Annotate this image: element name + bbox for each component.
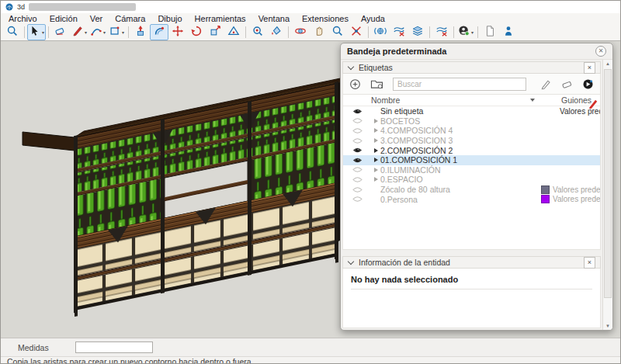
zoom-window-tool-button[interactable] (328, 24, 347, 40)
menu-edicion[interactable]: Edición (43, 13, 84, 24)
scrollbar-thumb[interactable] (604, 69, 612, 298)
tag-row[interactable]: 3.COMPOSICION 3 (343, 136, 600, 146)
tag-row[interactable]: Sin etiquetaValores predete (343, 106, 600, 116)
expand-arrow-icon[interactable] (374, 168, 378, 172)
tag-row[interactable]: BOCETOS (343, 116, 600, 127)
menu-dibujo[interactable]: Dibujo (151, 13, 188, 24)
tag-row[interactable]: 4.COMPOSICIÓN 4 (343, 126, 600, 136)
dropdown-caret-icon[interactable]: ▾ (85, 29, 87, 35)
tags-search-input[interactable] (393, 78, 526, 91)
expand-arrow-icon[interactable] (374, 138, 378, 143)
expand-arrow-icon[interactable] (374, 119, 378, 123)
zoom-extents-tool-button[interactable] (347, 24, 366, 40)
offset-tool-button[interactable] (150, 24, 168, 40)
zoom-window-icon (331, 25, 344, 40)
push-pull-tool-button[interactable] (131, 24, 150, 40)
paint-bucket-tool-button[interactable] (267, 24, 286, 40)
tag-color-swatch[interactable] (541, 185, 550, 194)
visible-eye-icon[interactable] (343, 147, 371, 154)
expand-arrow-icon[interactable] (374, 148, 378, 153)
dropdown-caret-icon[interactable]: ▾ (471, 29, 474, 35)
hidden-eye-icon[interactable] (343, 137, 371, 144)
move-tool-button[interactable] (168, 24, 187, 40)
zoom-tool-button[interactable] (3, 24, 22, 40)
scroll-up-icon[interactable]: ▲ (603, 61, 612, 66)
entity-section-header[interactable]: Información de la entidad × (342, 256, 601, 269)
rotate-tool-button[interactable] (187, 24, 206, 40)
name-column-header[interactable]: Nombre (371, 95, 541, 105)
arc-tool-button[interactable]: ▾ (88, 24, 107, 40)
dropdown-caret-icon[interactable]: ▾ (42, 29, 44, 35)
entity-close-icon[interactable]: × (584, 257, 595, 269)
no-selection-message: No hay nada seleccionado (351, 275, 592, 284)
terrain-toggle-tool-button[interactable] (390, 24, 408, 40)
tag-row[interactable]: 0.ESPACIO (343, 175, 600, 185)
main-toolbar: ▾▾▾▾▾ (1, 24, 620, 41)
dropdown-caret-icon[interactable]: ▾ (103, 29, 106, 35)
details-menu-button[interactable] (582, 78, 594, 90)
hidden-eye-icon[interactable] (343, 166, 371, 173)
drape-tool-button[interactable] (432, 24, 451, 40)
tags-section-header[interactable]: Etiquetas × (342, 61, 601, 74)
shelf-model[interactable] (1, 41, 352, 338)
eraser-tool-button[interactable] (51, 24, 70, 40)
collapse-chevron-icon[interactable] (348, 63, 354, 69)
tag-dashes-value[interactable]: Valores predete (553, 195, 600, 203)
tag-row[interactable]: 0.PersonaValores predete (343, 194, 600, 204)
look-around-tool-button[interactable] (248, 24, 267, 40)
terrain-layers-tool-button[interactable] (408, 24, 427, 40)
visible-eye-icon[interactable] (343, 108, 371, 115)
tag-rows: Sin etiquetaValores predeteBOCETOS4.COMP… (343, 106, 600, 204)
person-scale-tool-button[interactable] (499, 24, 518, 40)
hidden-eye-icon[interactable] (343, 127, 371, 134)
menu-ver[interactable]: Ver (84, 13, 109, 24)
scale-tool-button[interactable] (206, 24, 224, 40)
new-document-tool-button[interactable] (480, 24, 499, 40)
rectangle-tool-button[interactable]: ▾ (107, 24, 126, 40)
hidden-eye-icon[interactable] (343, 117, 371, 124)
pencil-tool-button[interactable]: ▾ (70, 24, 88, 40)
menu-archivo[interactable]: Archivo (2, 13, 43, 24)
select-tool-button[interactable]: ▾ (27, 24, 46, 40)
tag-dashes-value[interactable]: Valores predete (553, 185, 600, 194)
add-tag-button[interactable] (349, 78, 361, 90)
dropdown-caret-icon[interactable]: ▾ (122, 29, 124, 35)
menu-ayuda[interactable]: Ayuda (355, 13, 391, 24)
tags-list-header[interactable]: Nombre Guiones (343, 95, 600, 106)
expand-arrow-icon[interactable] (374, 177, 378, 182)
measurements-input[interactable] (75, 341, 153, 353)
protractor-tool-button[interactable] (224, 24, 243, 40)
pan-tool-button[interactable] (310, 24, 328, 40)
menu-ventana[interactable]: Ventana (252, 13, 296, 24)
tag-row[interactable]: 0.ILUMINACIÓN (343, 165, 600, 175)
tag-row[interactable]: 01.COMPOSICIÓN 1 (343, 155, 600, 165)
visible-eye-icon[interactable] (343, 157, 371, 164)
scroll-down-icon[interactable]: ▼ (603, 324, 612, 328)
tag-row[interactable]: Zócalo de 80 alturaValores predete (343, 185, 600, 195)
hidden-eye-icon[interactable] (343, 176, 371, 183)
tray-header[interactable]: Bandeja predeterminada ✕ (341, 43, 612, 60)
hidden-eye-icon[interactable] (343, 186, 371, 193)
menu-camara[interactable]: Cámara (109, 13, 151, 24)
menu-herramientas[interactable]: Herramientas (189, 13, 252, 24)
tag-name: BOCETOS (380, 116, 541, 126)
expand-arrow-icon[interactable] (374, 128, 378, 133)
geo-location-tool-button[interactable] (371, 24, 390, 40)
tag-color-swatch[interactable] (541, 195, 550, 203)
purge-tags-button[interactable] (561, 78, 573, 90)
menu-extensiones[interactable]: Extensiones (296, 13, 355, 24)
tray-scrollbar[interactable]: ▲ ▼ (602, 60, 612, 330)
edit-tag-button[interactable] (540, 78, 552, 90)
expand-arrow-icon[interactable] (374, 158, 378, 162)
add-tag-folder-button[interactable] (370, 78, 383, 89)
orbit-tool-button[interactable] (291, 24, 310, 40)
tag-row[interactable]: 2.COMPOSICIÓN 2 (343, 145, 600, 155)
tray-close-icon[interactable]: ✕ (595, 46, 606, 57)
3d-viewport[interactable]: Bandeja predeterminada ✕ Etiquetas × (1, 41, 620, 338)
collapse-chevron-icon[interactable] (348, 258, 354, 264)
account-tool-button[interactable]: ▾ (456, 24, 475, 40)
tags-toolbar (342, 74, 601, 95)
sort-chevron-icon[interactable] (530, 99, 535, 102)
hidden-eye-icon[interactable] (343, 196, 371, 203)
tags-close-icon[interactable]: × (584, 62, 595, 74)
